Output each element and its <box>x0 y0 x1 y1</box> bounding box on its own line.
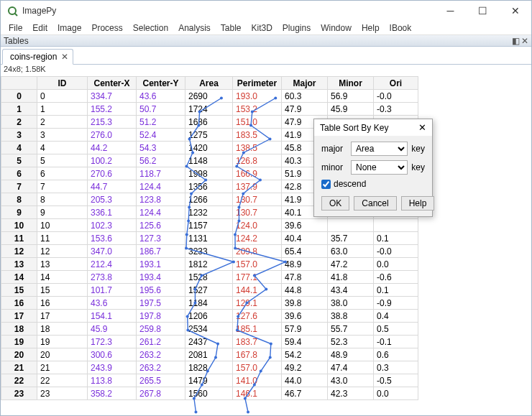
cell-cy[interactable]: 52.4 <box>137 129 185 142</box>
cell-cx[interactable]: 358.2 <box>88 387 137 400</box>
cell-ori[interactable]: 0.1 <box>374 232 418 245</box>
menu-table[interactable]: Table <box>216 23 247 33</box>
cell-ori[interactable]: -0.9 <box>374 297 418 310</box>
major-key-select[interactable]: Area <box>351 142 408 156</box>
cell-minor[interactable]: 56.9 <box>328 90 374 103</box>
cell-area[interactable]: 2690 <box>185 90 233 103</box>
cell-cx[interactable]: 212.4 <box>88 258 137 271</box>
cell-area[interactable]: 1131 <box>185 232 233 245</box>
cell-area[interactable]: 1998 <box>185 167 233 180</box>
cell-major[interactable]: 49.2 <box>282 361 328 374</box>
cell-ori[interactable] <box>374 219 418 232</box>
cell-cx[interactable]: 43.6 <box>88 297 137 310</box>
cell-ori[interactable]: -0.3 <box>374 103 418 116</box>
cell-cy[interactable]: 193.1 <box>137 258 185 271</box>
cell-minor[interactable]: 47.2 <box>328 258 374 271</box>
cell-id[interactable]: 15 <box>37 284 88 297</box>
cell-cy[interactable]: 127.3 <box>137 232 185 245</box>
cell-perim[interactable]: 153.2 <box>233 103 282 116</box>
cell-perim[interactable]: 157.0 <box>233 258 282 271</box>
cell-major[interactable]: 44.8 <box>282 284 328 297</box>
tab-close-icon[interactable]: ✕ <box>61 52 68 62</box>
cell-major[interactable]: 47.9 <box>282 103 328 116</box>
menu-image[interactable]: Image <box>52 23 86 33</box>
row-header[interactable]: 8 <box>1 193 37 206</box>
cell-cx[interactable]: 215.3 <box>88 116 137 129</box>
cell-id[interactable]: 10 <box>37 219 88 232</box>
cell-perim[interactable]: 144.1 <box>233 284 282 297</box>
cell-minor[interactable]: 63.0 <box>328 245 374 258</box>
cell-id[interactable]: 8 <box>37 193 88 206</box>
cell-perim[interactable]: 185.1 <box>233 323 282 336</box>
cell-minor[interactable]: 48.9 <box>328 348 374 361</box>
cell-cy[interactable]: 118.7 <box>137 167 185 180</box>
cell-area[interactable]: 1527 <box>185 284 233 297</box>
cell-id[interactable]: 9 <box>37 206 88 219</box>
cell-perim[interactable]: 137.9 <box>233 180 282 193</box>
cell-area[interactable]: 1828 <box>185 361 233 374</box>
cell-cy[interactable]: 261.2 <box>137 336 185 348</box>
col-header[interactable]: ID <box>37 77 88 90</box>
cell-ori[interactable]: 0.5 <box>374 323 418 336</box>
cell-perim[interactable]: 130.7 <box>233 206 282 219</box>
row-header[interactable]: 7 <box>1 180 37 193</box>
row-header[interactable]: 14 <box>1 271 37 284</box>
table-row[interactable]: 1717154.1197.81206127.639.638.80.4 <box>1 310 418 323</box>
table-row[interactable]: 00334.743.62690193.060.356.9-0.0 <box>1 90 418 103</box>
cell-id[interactable]: 22 <box>37 374 88 387</box>
cell-cy[interactable]: 123.8 <box>137 193 185 206</box>
cell-id[interactable]: 17 <box>37 310 88 323</box>
menu-edit[interactable]: Edit <box>27 23 52 33</box>
cell-cx[interactable]: 44.2 <box>88 142 137 154</box>
cell-ori[interactable]: -0.0 <box>374 245 418 258</box>
cell-minor[interactable]: 38.8 <box>328 310 374 323</box>
row-header[interactable]: 9 <box>1 206 37 219</box>
menu-kit3d[interactable]: Kit3D <box>247 23 278 33</box>
cell-perim[interactable]: 157.0 <box>233 361 282 374</box>
cell-cy[interactable]: 50.7 <box>137 103 185 116</box>
row-header[interactable]: 0 <box>1 90 37 103</box>
cell-perim[interactable]: 124.2 <box>233 232 282 245</box>
cell-cy[interactable]: 263.2 <box>137 361 185 374</box>
cell-minor[interactable]: 43.0 <box>328 374 374 387</box>
row-header[interactable]: 2 <box>1 116 37 129</box>
col-header[interactable]: Center-Y <box>137 77 185 90</box>
cell-ori[interactable]: -0.5 <box>374 374 418 387</box>
row-header[interactable]: 16 <box>1 297 37 310</box>
cell-major[interactable]: 48.9 <box>282 258 328 271</box>
cell-area[interactable]: 1560 <box>185 387 233 400</box>
cell-cy[interactable]: 186.7 <box>137 245 185 258</box>
cell-cx[interactable]: 100.2 <box>88 154 137 167</box>
cell-perim[interactable]: 141.0 <box>233 374 282 387</box>
maximize-button[interactable]: ☐ <box>467 1 499 21</box>
table-row[interactable]: 2323358.2267.81560146.146.742.30.0 <box>1 387 418 400</box>
cell-area[interactable]: 1206 <box>185 310 233 323</box>
cell-area[interactable]: 1420 <box>185 142 233 154</box>
cell-cx[interactable]: 155.2 <box>88 103 137 116</box>
cell-area[interactable]: 2081 <box>185 348 233 361</box>
cell-id[interactable]: 21 <box>37 361 88 374</box>
cell-id[interactable]: 13 <box>37 258 88 271</box>
cell-major[interactable]: 57.9 <box>282 323 328 336</box>
cell-id[interactable]: 2 <box>37 116 88 129</box>
cell-cy[interactable]: 195.6 <box>137 284 185 297</box>
table-viewport[interactable]: IDCenter-XCenter-YAreaPerimeterMajorMino… <box>1 76 531 415</box>
menu-help[interactable]: Help <box>357 23 385 33</box>
cell-area[interactable]: 1528 <box>185 271 233 284</box>
tab-coins-region[interactable]: coins-region ✕ <box>2 49 73 65</box>
row-header[interactable]: 5 <box>1 154 37 167</box>
cell-area[interactable]: 1356 <box>185 180 233 193</box>
help-button[interactable]: Help <box>401 196 435 211</box>
cell-id[interactable]: 6 <box>37 167 88 180</box>
cell-area[interactable]: 1686 <box>185 116 233 129</box>
cell-major[interactable]: 44.0 <box>282 374 328 387</box>
cell-cx[interactable]: 347.0 <box>88 245 137 258</box>
cell-major[interactable]: 39.6 <box>282 310 328 323</box>
cell-id[interactable]: 14 <box>37 271 88 284</box>
cell-perim[interactable]: 124.0 <box>233 219 282 232</box>
row-header[interactable]: 12 <box>1 245 37 258</box>
cell-cx[interactable]: 205.3 <box>88 193 137 206</box>
cell-id[interactable]: 5 <box>37 154 88 167</box>
cell-minor[interactable]: 42.3 <box>328 387 374 400</box>
cell-major[interactable]: 39.6 <box>282 219 328 232</box>
